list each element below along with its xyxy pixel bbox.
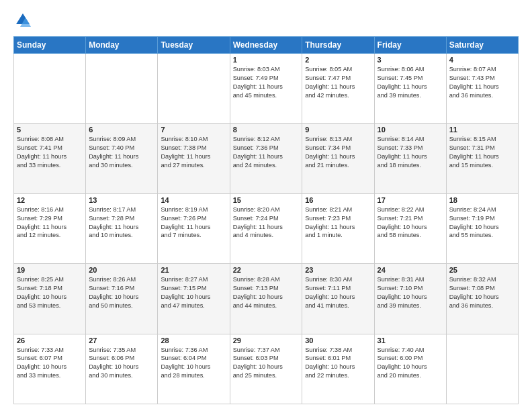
day-info: Sunrise: 8:22 AM Sunset: 7:21 PM Dayligh… <box>378 205 443 240</box>
calendar-cell: 13Sunrise: 8:17 AM Sunset: 7:28 PM Dayli… <box>86 193 158 263</box>
calendar-cell: 28Sunrise: 7:36 AM Sunset: 6:04 PM Dayli… <box>158 334 230 404</box>
header <box>13 11 519 30</box>
calendar-cell: 25Sunrise: 8:32 AM Sunset: 7:08 PM Dayli… <box>446 264 518 334</box>
day-number: 11 <box>449 126 515 134</box>
day-info: Sunrise: 8:12 AM Sunset: 7:36 PM Dayligh… <box>233 135 300 170</box>
day-number: 29 <box>233 336 300 345</box>
day-number: 9 <box>305 126 371 134</box>
day-info: Sunrise: 8:20 AM Sunset: 7:24 PM Dayligh… <box>233 205 300 240</box>
day-number: 3 <box>378 56 443 64</box>
calendar-table: SundayMondayTuesdayWednesdayThursdayFrid… <box>13 36 519 404</box>
calendar-week-2: 5Sunrise: 8:08 AM Sunset: 7:41 PM Daylig… <box>14 124 519 193</box>
day-info: Sunrise: 8:26 AM Sunset: 7:16 PM Dayligh… <box>89 275 154 310</box>
calendar-cell: 4Sunrise: 8:07 AM Sunset: 7:43 PM Daylig… <box>446 54 518 124</box>
weekday-header-saturday: Saturday <box>446 37 518 54</box>
calendar-cell <box>14 54 86 124</box>
calendar-cell: 22Sunrise: 8:28 AM Sunset: 7:13 PM Dayli… <box>230 264 302 334</box>
calendar-cell <box>158 54 230 124</box>
day-number: 22 <box>233 266 300 274</box>
calendar-week-5: 26Sunrise: 7:33 AM Sunset: 6:07 PM Dayli… <box>14 334 519 404</box>
calendar-cell: 14Sunrise: 8:19 AM Sunset: 7:26 PM Dayli… <box>158 193 230 263</box>
day-info: Sunrise: 7:36 AM Sunset: 6:04 PM Dayligh… <box>161 346 226 381</box>
calendar-cell: 17Sunrise: 8:22 AM Sunset: 7:21 PM Dayli… <box>374 193 446 263</box>
day-info: Sunrise: 8:27 AM Sunset: 7:15 PM Dayligh… <box>161 275 226 310</box>
day-number: 30 <box>305 336 371 345</box>
weekday-header-row: SundayMondayTuesdayWednesdayThursdayFrid… <box>14 37 519 54</box>
day-number: 16 <box>305 196 371 204</box>
calendar-cell: 2Sunrise: 8:05 AM Sunset: 7:47 PM Daylig… <box>302 54 374 124</box>
calendar-cell: 18Sunrise: 8:24 AM Sunset: 7:19 PM Dayli… <box>446 193 518 263</box>
day-info: Sunrise: 8:17 AM Sunset: 7:28 PM Dayligh… <box>89 205 154 240</box>
logo <box>13 11 35 30</box>
day-number: 7 <box>161 126 226 134</box>
day-info: Sunrise: 8:32 AM Sunset: 7:08 PM Dayligh… <box>449 275 515 310</box>
day-info: Sunrise: 8:16 AM Sunset: 7:29 PM Dayligh… <box>17 205 83 240</box>
weekday-header-wednesday: Wednesday <box>230 37 302 54</box>
calendar-cell: 6Sunrise: 8:09 AM Sunset: 7:40 PM Daylig… <box>86 124 158 193</box>
day-number: 19 <box>17 266 83 274</box>
day-number: 6 <box>89 126 154 134</box>
day-info: Sunrise: 8:13 AM Sunset: 7:34 PM Dayligh… <box>305 135 371 170</box>
day-info: Sunrise: 7:40 AM Sunset: 6:00 PM Dayligh… <box>378 346 443 381</box>
day-number: 4 <box>449 56 515 64</box>
calendar-cell: 12Sunrise: 8:16 AM Sunset: 7:29 PM Dayli… <box>14 193 86 263</box>
day-number: 14 <box>161 196 226 204</box>
calendar-week-3: 12Sunrise: 8:16 AM Sunset: 7:29 PM Dayli… <box>14 193 519 263</box>
calendar-cell: 24Sunrise: 8:31 AM Sunset: 7:10 PM Dayli… <box>374 264 446 334</box>
day-info: Sunrise: 8:21 AM Sunset: 7:23 PM Dayligh… <box>305 205 371 240</box>
day-info: Sunrise: 8:06 AM Sunset: 7:45 PM Dayligh… <box>378 65 443 100</box>
calendar-cell: 16Sunrise: 8:21 AM Sunset: 7:23 PM Dayli… <box>302 193 374 263</box>
day-number: 2 <box>305 56 371 64</box>
day-info: Sunrise: 8:05 AM Sunset: 7:47 PM Dayligh… <box>305 65 371 100</box>
weekday-header-thursday: Thursday <box>302 37 374 54</box>
calendar-week-4: 19Sunrise: 8:25 AM Sunset: 7:18 PM Dayli… <box>14 264 519 334</box>
day-number: 1 <box>233 56 300 64</box>
calendar-cell <box>446 334 518 404</box>
calendar-cell: 7Sunrise: 8:10 AM Sunset: 7:38 PM Daylig… <box>158 124 230 193</box>
calendar-cell: 26Sunrise: 7:33 AM Sunset: 6:07 PM Dayli… <box>14 334 86 404</box>
calendar-cell <box>86 54 158 124</box>
day-info: Sunrise: 7:38 AM Sunset: 6:01 PM Dayligh… <box>305 346 371 381</box>
calendar-cell: 27Sunrise: 7:35 AM Sunset: 6:06 PM Dayli… <box>86 334 158 404</box>
day-info: Sunrise: 8:30 AM Sunset: 7:11 PM Dayligh… <box>305 275 371 310</box>
day-number: 18 <box>449 196 515 204</box>
calendar-cell: 31Sunrise: 7:40 AM Sunset: 6:00 PM Dayli… <box>374 334 446 404</box>
day-info: Sunrise: 8:28 AM Sunset: 7:13 PM Dayligh… <box>233 275 300 310</box>
day-info: Sunrise: 8:09 AM Sunset: 7:40 PM Dayligh… <box>89 135 154 170</box>
weekday-header-tuesday: Tuesday <box>158 37 230 54</box>
day-number: 20 <box>89 266 154 274</box>
day-info: Sunrise: 8:03 AM Sunset: 7:49 PM Dayligh… <box>233 65 300 100</box>
day-info: Sunrise: 8:31 AM Sunset: 7:10 PM Dayligh… <box>378 275 443 310</box>
day-number: 21 <box>161 266 226 274</box>
calendar-cell: 1Sunrise: 8:03 AM Sunset: 7:49 PM Daylig… <box>230 54 302 124</box>
day-info: Sunrise: 8:25 AM Sunset: 7:18 PM Dayligh… <box>17 275 83 310</box>
calendar-cell: 8Sunrise: 8:12 AM Sunset: 7:36 PM Daylig… <box>230 124 302 193</box>
logo-icon <box>13 11 32 30</box>
page: SundayMondayTuesdayWednesdayThursdayFrid… <box>0 0 532 411</box>
calendar-cell: 11Sunrise: 8:15 AM Sunset: 7:31 PM Dayli… <box>446 124 518 193</box>
calendar-cell: 20Sunrise: 8:26 AM Sunset: 7:16 PM Dayli… <box>86 264 158 334</box>
calendar-cell: 23Sunrise: 8:30 AM Sunset: 7:11 PM Dayli… <box>302 264 374 334</box>
day-info: Sunrise: 7:37 AM Sunset: 6:03 PM Dayligh… <box>233 346 300 381</box>
weekday-header-monday: Monday <box>86 37 158 54</box>
calendar-cell: 30Sunrise: 7:38 AM Sunset: 6:01 PM Dayli… <box>302 334 374 404</box>
day-number: 15 <box>233 196 300 204</box>
day-info: Sunrise: 8:15 AM Sunset: 7:31 PM Dayligh… <box>449 135 515 170</box>
day-number: 26 <box>17 336 83 345</box>
calendar-cell: 3Sunrise: 8:06 AM Sunset: 7:45 PM Daylig… <box>374 54 446 124</box>
day-info: Sunrise: 8:10 AM Sunset: 7:38 PM Dayligh… <box>161 135 226 170</box>
day-info: Sunrise: 7:35 AM Sunset: 6:06 PM Dayligh… <box>89 346 154 381</box>
calendar-cell: 5Sunrise: 8:08 AM Sunset: 7:41 PM Daylig… <box>14 124 86 193</box>
calendar-week-1: 1Sunrise: 8:03 AM Sunset: 7:49 PM Daylig… <box>14 54 519 124</box>
day-number: 5 <box>17 126 83 134</box>
day-info: Sunrise: 8:07 AM Sunset: 7:43 PM Dayligh… <box>449 65 515 100</box>
day-number: 25 <box>449 266 515 274</box>
day-info: Sunrise: 8:19 AM Sunset: 7:26 PM Dayligh… <box>161 205 226 240</box>
day-info: Sunrise: 7:33 AM Sunset: 6:07 PM Dayligh… <box>17 346 83 381</box>
day-number: 12 <box>17 196 83 204</box>
calendar-cell: 29Sunrise: 7:37 AM Sunset: 6:03 PM Dayli… <box>230 334 302 404</box>
calendar-cell: 19Sunrise: 8:25 AM Sunset: 7:18 PM Dayli… <box>14 264 86 334</box>
weekday-header-sunday: Sunday <box>14 37 86 54</box>
day-info: Sunrise: 8:24 AM Sunset: 7:19 PM Dayligh… <box>449 205 515 240</box>
day-number: 8 <box>233 126 300 134</box>
